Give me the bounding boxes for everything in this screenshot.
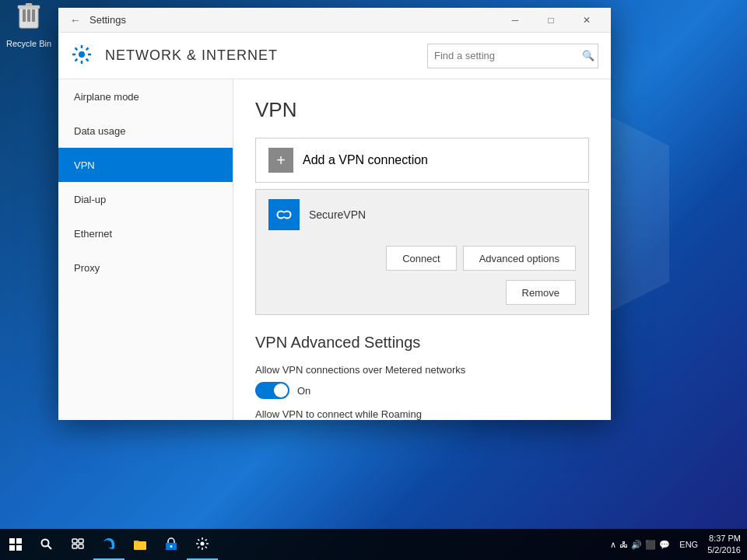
sidebar-item-airplane-mode[interactable]: Airplane mode [58, 79, 233, 114]
vpn-heading: VPN [255, 98, 589, 122]
window-controls: ─ □ ✕ [497, 8, 605, 33]
taskbar-edge[interactable] [93, 529, 124, 560]
sidebar-item-ethernet[interactable]: Ethernet [58, 216, 233, 250]
advanced-options-button[interactable]: Advanced options [463, 246, 576, 271]
svg-point-23 [201, 542, 205, 546]
remove-button[interactable]: Remove [506, 280, 576, 305]
add-vpn-label: Add a VPN connection [303, 153, 428, 167]
sidebar: Airplane mode Data usage VPN Dial-up Eth… [58, 79, 233, 420]
taskbar-system-icons: ∧ 🖧 🔊 ⬛ 💬 [604, 540, 676, 550]
sidebar-item-vpn[interactable]: VPN [58, 148, 233, 182]
svg-point-14 [42, 540, 49, 547]
metered-networks-label: Allow VPN connections over Metered netwo… [255, 364, 589, 376]
svg-point-22 [170, 545, 173, 548]
sidebar-item-data-usage[interactable]: Data usage [58, 114, 233, 148]
svg-rect-1 [23, 9, 26, 22]
settings-header: NETWORK & INTERNET 🔍 [58, 33, 611, 79]
taskbar: ∧ 🖧 🔊 ⬛ 💬 ENG 8:37 PM 5/2/2016 [0, 529, 747, 560]
recycle-bin-icon[interactable]: Recycle Bin [2, 3, 56, 48]
clock-date: 5/2/2016 [707, 544, 741, 556]
svg-rect-11 [16, 538, 22, 544]
recycle-bin-label: Recycle Bin [6, 39, 51, 48]
clock-time: 8:37 PM [707, 533, 741, 544]
svg-rect-10 [9, 538, 15, 544]
metered-networks-row: Allow VPN connections over Metered netwo… [255, 364, 589, 399]
metered-toggle[interactable] [255, 382, 289, 399]
window-title: Settings [89, 14, 497, 26]
add-vpn-button[interactable]: + Add a VPN connection [255, 138, 589, 183]
vpn-name: SecureVPN [309, 208, 576, 221]
svg-rect-12 [9, 545, 15, 551]
chevron-icon: ∧ [610, 540, 616, 550]
taskbar-search-button[interactable] [31, 529, 62, 560]
svg-rect-20 [134, 541, 146, 550]
start-button[interactable] [0, 529, 31, 560]
main-content: VPN + Add a VPN connection [233, 79, 611, 420]
svg-point-6 [79, 51, 85, 58]
vpn-remove-row: Remove [256, 280, 588, 314]
svg-rect-19 [79, 544, 83, 548]
back-button[interactable]: ← [65, 9, 86, 31]
sidebar-item-dialup[interactable]: Dial-up [58, 182, 233, 216]
settings-gear-icon [71, 44, 96, 68]
desktop: Recycle Bin ← Settings ─ □ ✕ NETWORK & I… [0, 0, 747, 560]
notification-icon: 💬 [659, 540, 670, 550]
taskbar-store[interactable] [156, 529, 187, 560]
advanced-settings-heading: VPN Advanced Settings [255, 334, 589, 352]
taskbar-task-view[interactable] [62, 529, 93, 560]
metered-state-label: On [297, 385, 310, 397]
vpn-provider-icon [268, 199, 300, 230]
title-bar: ← Settings ─ □ ✕ [58, 8, 611, 33]
taskbar-settings[interactable] [187, 529, 218, 560]
svg-rect-17 [79, 539, 83, 543]
battery-icon: ⬛ [645, 540, 656, 550]
roaming-label: Allow VPN to connect while Roaming [255, 408, 589, 420]
network-icon: 🖧 [619, 540, 628, 549]
taskbar-lang: ENG [676, 540, 701, 549]
add-icon: + [268, 148, 293, 173]
roaming-row: Allow VPN to connect while Roaming [255, 408, 589, 420]
svg-rect-18 [72, 544, 77, 548]
maximize-button[interactable]: □ [533, 8, 569, 33]
vpn-action-buttons: Connect Advanced options [256, 240, 588, 280]
settings-window: ← Settings ─ □ ✕ NETWORK & INTERNET 🔍 [58, 8, 611, 420]
svg-rect-16 [72, 539, 77, 543]
connect-button[interactable]: Connect [386, 246, 456, 271]
search-icon: 🔍 [582, 50, 594, 61]
svg-rect-13 [16, 545, 22, 551]
taskbar-explorer[interactable] [124, 529, 156, 560]
sidebar-item-proxy[interactable]: Proxy [58, 250, 233, 285]
minimize-button[interactable]: ─ [497, 8, 533, 33]
svg-rect-9 [281, 213, 287, 217]
svg-rect-2 [27, 9, 30, 22]
volume-icon: 🔊 [631, 540, 642, 550]
vpn-entry: SecureVPN Connect Advanced options Remov… [255, 189, 589, 315]
close-button[interactable]: ✕ [569, 8, 605, 33]
svg-line-15 [48, 546, 52, 550]
vpn-entry-header: SecureVPN [256, 190, 588, 240]
metered-toggle-container: On [255, 382, 589, 399]
search-input[interactable] [434, 50, 578, 61]
settings-body: Airplane mode Data usage VPN Dial-up Eth… [58, 79, 611, 420]
taskbar-clock: 8:37 PM 5/2/2016 [701, 533, 747, 557]
settings-app-title: NETWORK & INTERNET [105, 47, 427, 64]
svg-rect-3 [32, 9, 35, 22]
search-box[interactable]: 🔍 [427, 44, 598, 68]
svg-rect-5 [26, 3, 32, 6]
